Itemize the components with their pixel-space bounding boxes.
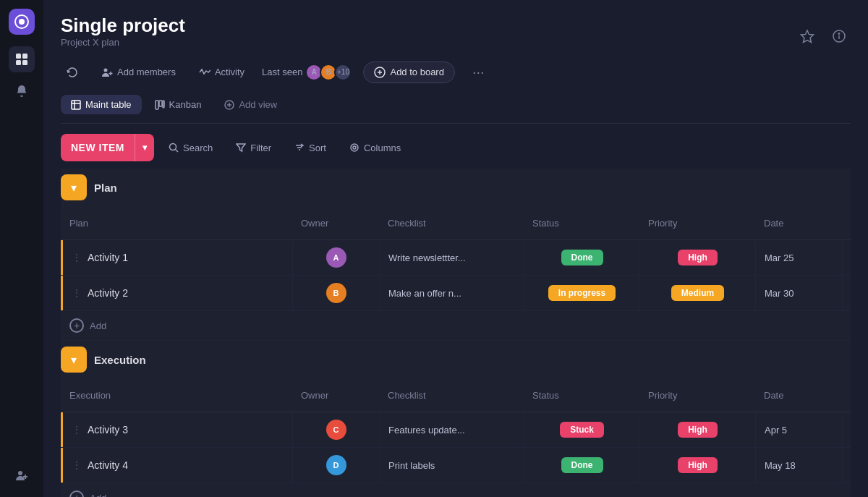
row-activity4-date: May 18 [755,448,842,483]
add-view-button[interactable]: Add view [214,95,287,114]
add-members-label: Add members [117,67,176,77]
col-plan-cost: Cost/$ [842,206,851,239]
row-activity1-checklist: Write newslettter... [379,240,524,275]
svg-rect-3 [22,54,27,59]
sidebar-bottom [9,462,35,488]
table-wrapper: ▾ Plan Plan Owner Checklist Status Prior… [61,169,851,497]
add-row-execution-icon: + [69,490,84,497]
columns-button[interactable]: Columns [341,138,409,158]
table-row: ⋮ Activity 2 B Make an offer n... In pro… [61,276,851,311]
row-activity2-checklist: Make an offer n... [379,276,524,310]
new-item-arrow-icon[interactable]: ▾ [135,134,154,161]
drag-handle-icon[interactable]: ⋮ [72,252,82,263]
status-badge: Stuck [560,422,604,438]
search-button[interactable]: Search [160,138,221,158]
tab-maint-table[interactable]: Maint table [61,95,142,114]
owner-avatar: B [326,283,346,303]
add-members-button[interactable]: Add members [95,64,182,81]
activity-button[interactable]: Activity [193,64,250,81]
status-badge: Done [561,457,603,473]
last-seen-label: Last seen [262,67,302,77]
svg-line-29 [176,150,179,153]
svg-point-6 [18,471,22,475]
svg-point-35 [353,146,356,149]
row-activity2-name-cell: ⋮ Activity 2 [61,276,292,310]
priority-badge: High [678,457,718,473]
app-logo [9,9,35,35]
page-header: Single project Project X plan [61,14,851,58]
row-activity1-priority: High [639,240,755,275]
add-to-board-button[interactable]: Add to board [363,61,454,83]
star-button[interactable] [796,25,819,48]
svg-rect-22 [156,101,158,109]
row-activity3-priority: High [639,412,755,447]
table-row: ⋮ Activity 3 C Features update... Stuck … [61,412,851,448]
table-controls: NEW ITEM ▾ Search Filter Sort [61,124,851,169]
tab-maint-table-label: Maint table [85,99,132,110]
row-activity2-date: Mar 30 [755,276,842,310]
row-activity1-status: Done [524,240,639,275]
add-row-plan[interactable]: + Add [61,311,851,341]
col-plan-owner: Owner [292,206,379,239]
add-row-plan-label: Add [90,320,106,331]
add-row-plan-icon: + [69,318,84,333]
drag-handle-icon[interactable]: ⋮ [72,287,82,299]
columns-label: Columns [364,143,401,153]
row-activity2-status: In progress [524,276,639,310]
svg-point-12 [838,33,840,35]
execution-col-headers: Execution Owner Checklist Status Priorit… [61,378,851,412]
row-activity4-cost: 3,250 [842,448,851,483]
toolbar: Add members Activity Last seen A B +10 A… [61,61,851,83]
owner-avatar: D [326,455,346,475]
owner-avatar: A [326,247,346,268]
new-item-label: NEW ITEM [61,134,135,161]
new-item-button[interactable]: NEW ITEM ▾ [61,134,154,161]
col-execution: Execution [61,378,292,412]
tab-kanban[interactable]: Kanban [145,95,212,114]
owner-avatar: C [326,420,346,440]
more-options-button[interactable]: ··· [467,61,490,83]
svg-rect-24 [163,101,164,108]
col-plan: Plan [61,206,292,239]
status-badge: In progress [548,285,616,301]
svg-point-28 [170,144,176,150]
filter-button[interactable]: Filter [227,138,280,158]
svg-point-34 [351,144,358,151]
activity-label: Activity [215,67,244,77]
table-row: ⋮ Activity 4 D Print labels Done High Ma… [61,448,851,483]
drag-handle-icon[interactable]: ⋮ [72,424,82,436]
avatar-count: +10 [334,64,352,81]
row-activity4-owner: D [292,448,379,483]
sort-button[interactable]: Sort [286,138,335,158]
sort-label: Sort [309,143,326,153]
info-button[interactable] [827,25,851,48]
row-activity4-name-cell: ⋮ Activity 4 [61,448,292,483]
sidebar-grid-icon[interactable] [9,46,35,72]
row-activity1-date: Mar 25 [755,240,842,275]
group-plan-toggle[interactable]: ▾ [61,174,87,200]
refresh-button[interactable] [61,64,84,81]
row-activity1-owner: A [292,240,379,275]
add-user-icon[interactable] [9,462,35,488]
sidebar-bell-icon[interactable] [9,78,35,104]
priority-badge: High [678,250,718,266]
group-plan-header: ▾ Plan [61,169,851,206]
row-activity2-priority: Medium [639,276,755,310]
svg-rect-19 [72,101,80,109]
row-activity3-name-cell: ⋮ Activity 3 [61,412,292,447]
drag-handle-icon[interactable]: ⋮ [72,459,82,471]
col-execution-priority: Priority [639,378,755,412]
col-execution-cost: Cost/$ [842,378,851,412]
svg-rect-23 [159,101,162,106]
project-subtitle-text: Project X plan [61,37,185,48]
row-activity3-date: Apr 5 [755,412,842,447]
add-row-execution[interactable]: + Add [61,483,851,497]
row-activity2-cost: 1,200 [842,276,851,310]
header-actions [796,25,851,48]
row-activity3-status: Stuck [524,412,639,447]
add-to-board-label: Add to board [390,67,443,77]
svg-point-1 [19,19,25,25]
col-plan-priority: Priority [639,206,755,239]
last-seen: Last seen A B +10 [262,64,352,81]
group-execution-toggle[interactable]: ▾ [61,347,87,373]
